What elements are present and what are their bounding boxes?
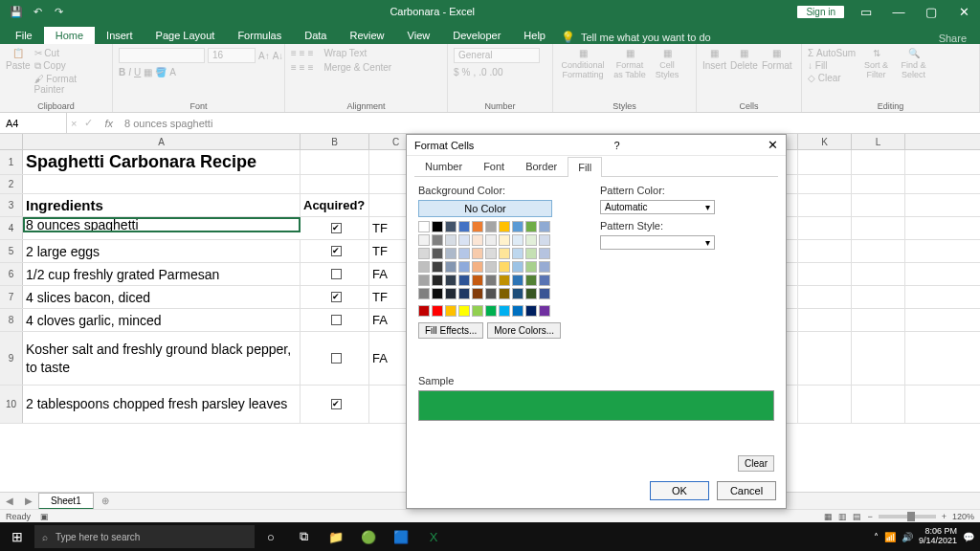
color-swatch[interactable] xyxy=(512,275,523,286)
sheet-tab[interactable]: Sheet1 xyxy=(38,493,94,510)
color-swatch[interactable] xyxy=(525,305,537,317)
color-swatch[interactable] xyxy=(458,305,470,317)
color-swatch[interactable] xyxy=(445,248,457,259)
copy-button[interactable]: Copy xyxy=(43,60,65,71)
color-swatch[interactable] xyxy=(499,248,510,259)
find-icon[interactable]: 🔍 xyxy=(908,48,920,58)
row-header[interactable]: 10 xyxy=(0,386,23,423)
cell[interactable]: Ingredients xyxy=(23,194,301,216)
color-swatch[interactable] xyxy=(432,275,443,286)
color-swatch[interactable] xyxy=(539,305,550,317)
zoom-slider[interactable] xyxy=(879,515,936,518)
color-swatch[interactable] xyxy=(525,288,537,299)
color-swatch[interactable] xyxy=(485,261,497,273)
cellstyles-icon[interactable]: ▦ xyxy=(663,48,672,58)
tab-home[interactable]: Home xyxy=(44,27,95,44)
cell[interactable] xyxy=(852,240,905,262)
condfmt-button[interactable]: Conditional Formatting xyxy=(559,60,607,79)
cell[interactable] xyxy=(301,386,369,423)
tab-review[interactable]: Review xyxy=(338,27,395,44)
table-icon[interactable]: ▦ xyxy=(626,48,635,58)
checkbox[interactable] xyxy=(331,246,342,256)
dialog-tab-border[interactable]: Border xyxy=(515,156,568,176)
color-swatch[interactable] xyxy=(512,288,523,299)
cell[interactable] xyxy=(852,194,905,216)
color-swatch[interactable] xyxy=(512,305,523,317)
color-swatch[interactable] xyxy=(445,305,457,317)
tab-help[interactable]: Help xyxy=(512,27,557,44)
color-swatch[interactable] xyxy=(458,288,470,299)
color-swatch[interactable] xyxy=(472,275,483,286)
delete-icon[interactable]: ▦ xyxy=(740,48,748,58)
tab-data[interactable]: Data xyxy=(293,27,338,44)
alignleft-icon[interactable]: ≡ xyxy=(291,62,297,73)
cell[interactable] xyxy=(301,286,369,308)
condfmt-icon[interactable]: ▦ xyxy=(579,48,588,58)
redo-icon[interactable]: ↷ xyxy=(50,6,67,18)
cell[interactable] xyxy=(798,175,852,193)
excel-icon[interactable]: X xyxy=(417,530,450,544)
color-swatch[interactable] xyxy=(499,261,510,273)
row-header[interactable]: 6 xyxy=(0,263,23,285)
cell[interactable] xyxy=(798,309,852,331)
wrap-button[interactable]: Wrap Text xyxy=(324,48,368,58)
color-swatch[interactable] xyxy=(418,234,430,246)
color-swatch[interactable] xyxy=(485,248,497,259)
color-swatch[interactable] xyxy=(539,248,550,259)
checkbox[interactable] xyxy=(331,399,342,409)
col-header[interactable]: B xyxy=(301,134,369,149)
cell[interactable] xyxy=(301,263,369,285)
color-swatch[interactable] xyxy=(418,288,430,299)
color-swatch[interactable] xyxy=(539,275,550,286)
cell[interactable] xyxy=(798,386,852,423)
cut-button[interactable]: Cut xyxy=(44,48,59,58)
font-size-select[interactable]: 16 xyxy=(208,48,256,63)
tab-developer[interactable]: Developer xyxy=(441,27,512,44)
fx-icon[interactable]: fx xyxy=(97,118,121,129)
bold-button[interactable]: B xyxy=(119,67,125,77)
color-swatch[interactable] xyxy=(499,221,510,232)
cell[interactable] xyxy=(852,286,905,308)
paste-button[interactable]: Paste xyxy=(6,60,31,71)
font-name-select[interactable] xyxy=(119,48,205,63)
cell[interactable] xyxy=(301,217,369,239)
selectall-corner[interactable] xyxy=(0,134,23,149)
decreasefont-icon[interactable]: A↓ xyxy=(273,51,284,61)
checkbox[interactable] xyxy=(331,315,342,325)
checkbox[interactable] xyxy=(331,269,342,279)
cell[interactable]: 1/2 cup freshly grated Parmesan xyxy=(23,263,301,285)
formatastable-button[interactable]: Format as Table xyxy=(611,60,649,79)
undo-icon[interactable]: ↶ xyxy=(29,6,46,18)
cell[interactable]: 2 large eggs xyxy=(23,240,301,262)
alignbot-icon[interactable]: ≡ xyxy=(308,48,314,58)
cell[interactable]: 2 tablespoons chopped fresh parsley leav… xyxy=(23,386,301,423)
cell[interactable] xyxy=(301,332,369,385)
insert-button[interactable]: Insert xyxy=(702,60,726,71)
color-swatch[interactable] xyxy=(445,221,457,232)
color-swatch[interactable] xyxy=(499,288,510,299)
start-button[interactable]: ⊞ xyxy=(0,529,34,544)
fontcolor-icon[interactable]: A xyxy=(169,67,176,77)
checkbox[interactable] xyxy=(331,292,342,302)
cell[interactable]: Spaghetti Carbonara Recipe xyxy=(23,150,301,174)
dialog-tab-font[interactable]: Font xyxy=(473,156,515,176)
more-colors-button[interactable]: More Colors... xyxy=(487,322,561,339)
row-header[interactable]: 9 xyxy=(0,332,23,385)
cell[interactable]: 4 slices bacon, diced xyxy=(23,286,301,308)
row-header[interactable]: 1 xyxy=(0,150,23,174)
color-swatch[interactable] xyxy=(432,234,443,246)
alignmid-icon[interactable]: ≡ xyxy=(300,48,305,58)
checkbox[interactable] xyxy=(331,223,342,233)
italic-button[interactable]: I xyxy=(128,67,131,77)
cellstyles-button[interactable]: Cell Styles xyxy=(653,60,681,79)
cell[interactable]: Acquired? xyxy=(301,194,369,216)
dialog-clear-button[interactable]: Clear xyxy=(738,455,774,472)
color-swatch[interactable] xyxy=(525,275,537,286)
taskbar-search[interactable]: ⌕Type here to search xyxy=(34,525,255,548)
row-header[interactable]: 4 xyxy=(0,217,23,239)
formula-input[interactable]: 8 ounces spaghetti xyxy=(121,118,980,129)
format-icon[interactable]: ▦ xyxy=(772,48,781,58)
tab-view[interactable]: View xyxy=(396,27,442,44)
color-swatch[interactable] xyxy=(432,248,443,259)
color-swatch[interactable] xyxy=(418,261,430,273)
